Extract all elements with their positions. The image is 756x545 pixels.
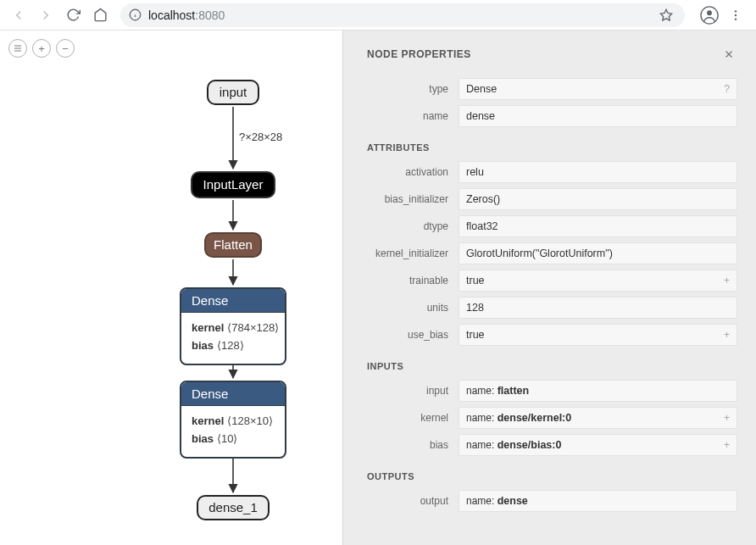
inputs-input-value[interactable]: name: flatten xyxy=(459,380,737,402)
node-input[interactable]: input xyxy=(207,80,259,105)
attr-bias-initializer-row: bias_initializer Zeros() xyxy=(367,188,737,210)
outputs-output-row: output name: dense xyxy=(367,490,737,512)
node-dense-1-title: Dense xyxy=(181,289,285,313)
attr-kernel-initializer-value[interactable]: GlorotUniform("GlorotUniform") xyxy=(459,242,737,264)
section-attributes: ATTRIBUTES xyxy=(367,142,737,153)
attr-use-bias-value[interactable]: true+ xyxy=(459,324,737,346)
attr-kernel-initializer-row: kernel_initializer GlorotUniform("Glorot… xyxy=(367,242,737,264)
svg-marker-3 xyxy=(660,9,671,20)
reload-icon[interactable] xyxy=(61,3,85,27)
outputs-output-value[interactable]: name: dense xyxy=(459,490,737,512)
node-dense-1[interactable]: Dense kernel⟨784×128⟩ bias⟨128⟩ xyxy=(180,287,286,365)
prop-name-value[interactable]: dense xyxy=(459,105,737,127)
node-dense-1-body: kernel⟨784×128⟩ bias⟨128⟩ xyxy=(181,313,285,364)
attr-activation-row: activation relu xyxy=(367,161,737,183)
url-text: localhost:8080 xyxy=(148,8,653,22)
node-dense-2-title: Dense xyxy=(181,382,285,406)
node-dense-2[interactable]: Dense kernel⟨128×10⟩ bias⟨10⟩ xyxy=(180,381,286,459)
attr-trainable-row: trainable true+ xyxy=(367,270,737,292)
url-bar[interactable]: localhost:8080 xyxy=(120,3,685,27)
svg-point-8 xyxy=(735,18,737,19)
avatar-icon[interactable] xyxy=(700,6,719,25)
info-icon[interactable] xyxy=(129,8,142,21)
forward-icon[interactable] xyxy=(34,3,58,27)
attr-units-value[interactable]: 128 xyxy=(459,297,737,319)
svg-point-5 xyxy=(707,10,712,15)
inputs-bias-row: bias name: dense/bias:0+ xyxy=(367,434,737,456)
star-icon[interactable] xyxy=(659,8,676,22)
graph-pane[interactable]: + − ?×28×28 input InputLayer Flatten Den… xyxy=(0,31,342,545)
section-outputs: OUTPUTS xyxy=(367,471,737,481)
node-inputlayer[interactable]: InputLayer xyxy=(191,171,275,198)
attr-units-row: units 128 xyxy=(367,297,737,319)
home-icon[interactable] xyxy=(88,3,112,27)
attr-bias-initializer-value[interactable]: Zeros() xyxy=(459,188,737,210)
prop-type-row: type Dense? xyxy=(367,78,737,100)
page-title: NODE PROPERTIES xyxy=(367,48,471,60)
node-output[interactable]: dense_1 xyxy=(197,495,270,520)
inputs-kernel-value[interactable]: name: dense/kernel:0+ xyxy=(459,407,737,429)
kebab-icon[interactable] xyxy=(729,8,742,22)
prop-name-label: name xyxy=(367,105,459,127)
section-inputs: INPUTS xyxy=(367,361,737,371)
attr-dtype-value[interactable]: float32 xyxy=(459,215,737,237)
properties-panel: NODE PROPERTIES type Dense? name dense A… xyxy=(342,31,756,545)
attr-activation-value[interactable]: relu xyxy=(459,161,737,183)
prop-type-label: type xyxy=(367,78,459,100)
inputs-bias-value[interactable]: name: dense/bias:0+ xyxy=(459,434,737,456)
edge-label-input-shape: ?×28×28 xyxy=(239,131,282,143)
back-icon[interactable] xyxy=(7,3,31,27)
attr-use-bias-row: use_bias true+ xyxy=(367,324,737,346)
inputs-input-row: input name: flatten xyxy=(367,380,737,402)
attr-dtype-row: dtype float32 xyxy=(367,215,737,237)
close-icon[interactable] xyxy=(720,46,737,63)
node-flatten[interactable]: Flatten xyxy=(204,232,262,258)
browser-chrome: localhost:8080 xyxy=(0,0,756,31)
graph-edges xyxy=(0,31,342,545)
inputs-kernel-row: kernel name: dense/kernel:0+ xyxy=(367,407,737,429)
attr-trainable-value[interactable]: true+ xyxy=(459,270,737,292)
svg-point-6 xyxy=(735,10,737,12)
node-dense-2-body: kernel⟨128×10⟩ bias⟨10⟩ xyxy=(181,406,285,457)
prop-type-value[interactable]: Dense? xyxy=(459,78,737,100)
svg-point-7 xyxy=(735,14,737,15)
prop-name-row: name dense xyxy=(367,105,737,127)
